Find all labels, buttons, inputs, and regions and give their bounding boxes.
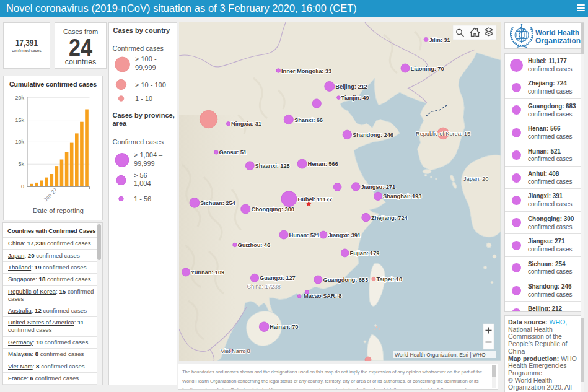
svg-text:5k: 5k bbox=[18, 161, 24, 167]
svg-text:> 100 -: > 100 - bbox=[135, 55, 157, 63]
svg-text:Guizhou: 46: Guizhou: 46 bbox=[238, 242, 271, 248]
svg-text:Jilin: 31: Jilin: 31 bbox=[429, 37, 450, 43]
svg-text:Shanxi: 66: Shanxi: 66 bbox=[294, 116, 323, 123]
svg-text:Tianjin: 49: Tianjin: 49 bbox=[341, 94, 369, 101]
svg-text:15k: 15k bbox=[15, 117, 24, 123]
svg-text:Shanghai: 193: Shanghai: 193 bbox=[383, 193, 421, 199]
svg-text:Guangxi: 127: Guangxi: 127 bbox=[260, 274, 296, 281]
svg-text:20k: 20k bbox=[15, 95, 24, 101]
svg-text:Beijing: 212: Beijing: 212 bbox=[335, 83, 367, 90]
svg-text:1 - 56: 1 - 56 bbox=[134, 195, 151, 203]
svg-text:10k: 10k bbox=[15, 139, 24, 145]
svg-text:China: 17238: China: 17238 bbox=[247, 283, 281, 290]
svg-text:> 1,004 –: > 1,004 – bbox=[134, 151, 163, 159]
svg-text:Shaanxi: 128: Shaanxi: 128 bbox=[255, 162, 290, 169]
svg-text:Cases by country: Cases by country bbox=[113, 27, 171, 34]
svg-text:Zhejiang: 724: Zhejiang: 724 bbox=[371, 214, 408, 221]
svg-text:Jiangsu: 271: Jiangsu: 271 bbox=[361, 183, 396, 190]
svg-text:1 - 10: 1 - 10 bbox=[135, 95, 152, 102]
svg-text:Date of reporting: Date of reporting bbox=[33, 207, 84, 214]
svg-text:Confirmed cases: Confirmed cases bbox=[113, 45, 164, 52]
svg-text:Macao SAR: 8: Macao SAR: 8 bbox=[304, 292, 341, 299]
svg-text:99,999: 99,999 bbox=[134, 160, 155, 167]
svg-text:Fujian: 179: Fujian: 179 bbox=[350, 250, 380, 256]
svg-text:Jiangxi: 391: Jiangxi: 391 bbox=[328, 232, 361, 238]
svg-text:0: 0 bbox=[21, 183, 24, 189]
svg-text:Guangdong: 683: Guangdong: 683 bbox=[323, 276, 369, 283]
svg-text:Confirmed cases: Confirmed cases bbox=[113, 138, 164, 146]
svg-text:Sichuan: 254: Sichuan: 254 bbox=[200, 199, 236, 206]
svg-text:Republic of Korea: 15: Republic of Korea: 15 bbox=[416, 130, 470, 137]
svg-text:Japan: 20: Japan: 20 bbox=[463, 175, 488, 182]
svg-text:Liaoning: 70: Liaoning: 70 bbox=[411, 65, 444, 72]
svg-text:Hubei: 11177: Hubei: 11177 bbox=[298, 196, 333, 203]
svg-text:99,999: 99,999 bbox=[135, 64, 156, 71]
svg-text:Ningxia: 31: Ningxia: 31 bbox=[231, 120, 261, 127]
svg-text:Henan: 566: Henan: 566 bbox=[308, 160, 338, 167]
svg-text:Taipei: 10: Taipei: 10 bbox=[377, 276, 403, 282]
svg-text:World Health Organization, Esr: World Health Organization, Esri | WHO bbox=[395, 352, 486, 358]
svg-text:Shandong: 246: Shandong: 246 bbox=[353, 131, 393, 138]
svg-text:Jan 27: Jan 27 bbox=[42, 186, 58, 203]
svg-text:area: area bbox=[113, 120, 128, 127]
svg-text:Gansu: 51: Gansu: 51 bbox=[219, 149, 247, 155]
svg-text:Organization: Organization bbox=[535, 36, 581, 45]
svg-text:Viet Nam: 8: Viet Nam: 8 bbox=[221, 347, 250, 354]
svg-text:Inner Mongolia: 33: Inner Mongolia: 33 bbox=[281, 68, 331, 74]
svg-text:Yunnan: 109: Yunnan: 109 bbox=[191, 269, 224, 276]
svg-text:Chongqing: 300: Chongqing: 300 bbox=[252, 206, 294, 212]
svg-text:Cases by province,: Cases by province, bbox=[113, 111, 175, 119]
svg-text:1,004: 1,004 bbox=[134, 180, 151, 187]
svg-text:> 10 - 100: > 10 - 100 bbox=[135, 81, 166, 89]
svg-text:Hainan: 70: Hainan: 70 bbox=[270, 323, 298, 330]
svg-text:Hunan: 521: Hunan: 521 bbox=[289, 232, 320, 238]
svg-text:> 56 -: > 56 - bbox=[134, 172, 152, 179]
